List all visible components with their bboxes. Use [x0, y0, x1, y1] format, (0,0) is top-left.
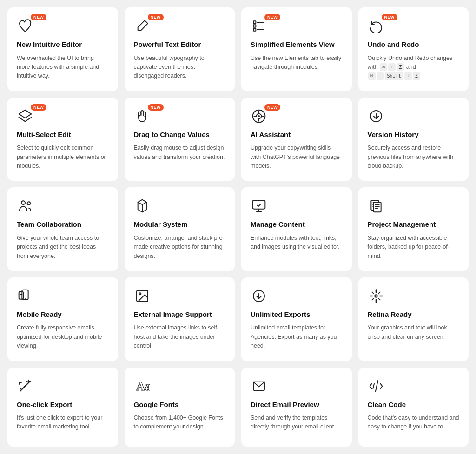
kbd-plus1: +: [388, 63, 396, 72]
unlimited-exports-desc: Unlimited email templates for Agencies: …: [251, 323, 343, 350]
svg-point-33: [375, 295, 377, 297]
project-management-icon: [368, 197, 384, 214]
team-collaboration-desc: Give your whole team access to projects …: [17, 234, 109, 261]
svg-point-10: [21, 201, 25, 205]
new-intuitive-editor-desc: We overhauled the UI to bring more featu…: [17, 54, 109, 81]
modular-system-icon-wrap: [134, 197, 151, 214]
ai-assistant-icon: [251, 108, 267, 125]
external-image-support-icon: [134, 288, 151, 304]
svg-rect-14: [253, 200, 265, 209]
svg-point-11: [27, 202, 31, 205]
kbd-z2: Z: [413, 72, 420, 80]
ai-assistant-title: AI Assistant: [251, 130, 343, 139]
clean-code-desc: Code that's easy to understand and easy …: [368, 414, 460, 432]
card-drag-to-change-values: NEWDrag to Change ValuesEasily drag mous…: [125, 98, 235, 181]
retina-ready-icon-wrap: [368, 288, 384, 304]
one-click-export-desc: It's just one click to export to your fa…: [17, 414, 109, 432]
clean-code-icon-wrap: [368, 378, 384, 395]
version-history-title: Version History: [368, 130, 460, 139]
card-clean-code: Clean CodeCode that's easy to understand…: [358, 368, 469, 447]
card-ai-assistant: NEWAI AssistantUpgrade your copywriting …: [241, 98, 352, 181]
mobile-ready-desc: Create fully responsive emails optimized…: [17, 323, 109, 350]
drag-to-change-values-icon: [134, 108, 151, 125]
direct-email-preview-desc: Send and verify the templates directly t…: [251, 414, 343, 432]
card-manage-content: Manage ContentEnhance modules with text,…: [241, 187, 352, 271]
retina-ready-title: Retina Ready: [368, 310, 460, 319]
undo-and-redo-icon: [368, 18, 384, 34]
version-history-desc: Securely access and restore previous fil…: [368, 144, 460, 171]
drag-to-change-values-desc: Easily drag mouse to adjust design value…: [134, 144, 226, 162]
team-collaboration-icon-wrap: [17, 197, 33, 214]
kbd-shift: Shift: [385, 72, 403, 80]
simplified-elements-view-desc: Use the new Elements tab to easily navig…: [251, 54, 343, 72]
card-external-image-support: External Image SupportUse external image…: [125, 277, 235, 361]
new-intuitive-editor-title: New Intuitive Editor: [17, 40, 109, 49]
ai-assistant-desc: Upgrade your copywriting skills with Cha…: [251, 144, 343, 171]
project-management-title: Project Management: [368, 220, 460, 229]
card-retina-ready: Retina ReadyYour graphics and text will …: [358, 277, 469, 361]
undo-and-redo-icon-wrap: NEW: [368, 18, 384, 34]
ai-assistant-icon-wrap: NEW: [251, 108, 267, 125]
powerful-text-editor-badge: NEW: [148, 14, 164, 20]
card-google-fonts: AaGoogle FontsChoose from 1,400+ Google …: [125, 368, 235, 447]
ai-assistant-badge: NEW: [264, 104, 280, 111]
direct-email-preview-icon-wrap: [251, 378, 267, 395]
modular-system-title: Modular System: [134, 220, 226, 229]
new-intuitive-editor-icon: [17, 18, 33, 34]
mobile-ready-title: Mobile Ready: [17, 310, 109, 319]
multi-select-edit-desc: Select to quickly edit common parameters…: [17, 144, 109, 171]
svg-marker-6: [19, 110, 32, 118]
google-fonts-title: Google Fonts: [134, 400, 226, 409]
card-mobile-ready: Mobile ReadyCreate fully responsive emai…: [7, 277, 118, 361]
unlimited-exports-title: Unlimited Exports: [251, 310, 343, 319]
drag-to-change-values-title: Drag to Change Values: [134, 130, 226, 139]
kbd-plus3: +: [404, 72, 412, 80]
new-intuitive-editor-badge: NEW: [31, 14, 46, 20]
external-image-support-icon-wrap: [134, 288, 151, 304]
multi-select-edit-badge: NEW: [31, 104, 46, 111]
one-click-export-icon-wrap: [17, 378, 33, 395]
undo-and-redo-desc: Quickly Undo and Redo changes with ⌘+Z a…: [368, 54, 460, 81]
version-history-icon-wrap: [368, 108, 384, 125]
drag-to-change-values-icon-wrap: NEW: [134, 108, 151, 125]
direct-email-preview-title: Direct Email Preview: [251, 400, 343, 409]
simplified-elements-view-icon-wrap: NEW: [251, 18, 267, 34]
features-grid: NEWNew Intuitive EditorWe overhauled the…: [7, 7, 469, 447]
svg-text:Aa: Aa: [136, 379, 149, 393]
team-collaboration-title: Team Collaboration: [17, 220, 109, 229]
modular-system-desc: Customize, arrange, and stack pre-made c…: [134, 234, 226, 261]
kbd-cmd2: ⌘: [368, 72, 376, 80]
card-new-intuitive-editor: NEWNew Intuitive EditorWe overhauled the…: [7, 7, 118, 91]
card-undo-and-redo: NEWUndo and RedoQuickly Undo and Redo ch…: [358, 7, 469, 91]
svg-point-26: [25, 298, 26, 299]
svg-rect-27: [19, 292, 23, 299]
svg-rect-21: [373, 202, 381, 212]
kbd-cmd: ⌘: [380, 63, 387, 72]
manage-content-desc: Enhance modules with text, links, and im…: [251, 234, 343, 252]
kbd-plus2: +: [377, 72, 384, 80]
google-fonts-icon-wrap: Aa: [134, 378, 151, 395]
multi-select-edit-title: Multi-Select Edit: [17, 130, 109, 139]
one-click-export-icon: [17, 378, 33, 395]
svg-rect-4: [253, 28, 256, 31]
new-intuitive-editor-icon-wrap: NEW: [17, 18, 33, 34]
simplified-elements-view-badge: NEW: [264, 14, 280, 20]
external-image-support-title: External Image Support: [134, 310, 226, 319]
powerful-text-editor-icon: [134, 18, 151, 34]
mobile-ready-icon-wrap: [17, 288, 33, 304]
card-version-history: Version HistorySecurely access and resto…: [358, 98, 469, 181]
retina-ready-icon: [368, 288, 384, 304]
simplified-elements-view-icon: [251, 18, 267, 34]
mobile-ready-icon: [17, 288, 33, 304]
multi-select-edit-icon-wrap: NEW: [17, 108, 33, 125]
project-management-icon-wrap: [368, 197, 384, 214]
powerful-text-editor-title: Powerful Text Editor: [134, 40, 226, 49]
card-unlimited-exports: Unlimited ExportsUnlimited email templat…: [241, 277, 352, 361]
direct-email-preview-icon: [251, 378, 267, 395]
card-modular-system: Modular SystemCustomize, arrange, and st…: [125, 187, 235, 271]
google-fonts-icon: Aa: [134, 378, 151, 395]
card-powerful-text-editor: NEWPowerful Text EditorUse beautiful typ…: [125, 7, 235, 91]
multi-select-edit-icon: [17, 108, 33, 125]
unlimited-exports-icon: [251, 288, 267, 304]
undo-and-redo-badge: NEW: [382, 14, 397, 20]
